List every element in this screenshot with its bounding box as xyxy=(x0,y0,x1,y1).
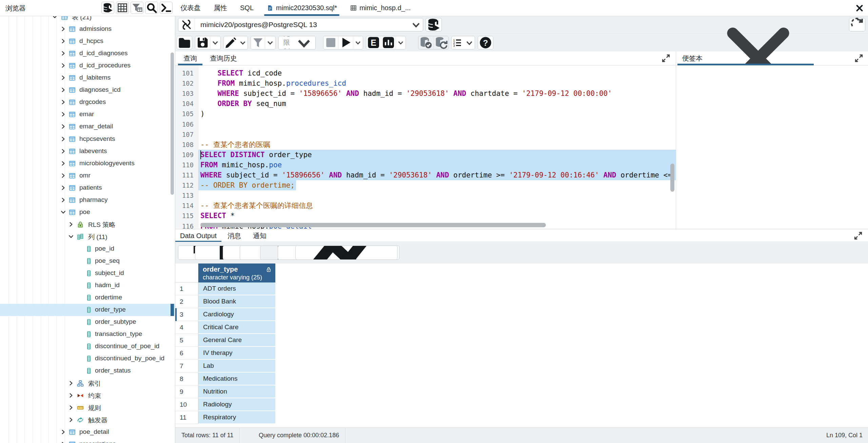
grid-cell[interactable]: Blood Bank xyxy=(198,295,275,308)
grid-cell[interactable]: Critical Care xyxy=(198,321,275,334)
expand-results-button[interactable] xyxy=(853,231,863,241)
tab-data-output[interactable]: Data Output xyxy=(175,229,221,242)
chevron-right-icon[interactable] xyxy=(60,123,66,130)
grid-cell[interactable]: Nutrition xyxy=(198,385,275,398)
psql-tool-button[interactable] xyxy=(160,2,173,14)
grid-row-number[interactable]: 3 xyxy=(175,308,198,321)
commit-button[interactable] xyxy=(418,36,433,49)
filter-button[interactable] xyxy=(131,2,143,14)
grid-cell[interactable]: Lab xyxy=(198,360,275,373)
tree-item-d_hcpcs[interactable]: d_hcpcs xyxy=(0,35,175,47)
code-line-106[interactable] xyxy=(198,119,676,129)
tree-item-diagnoses_icd[interactable]: diagnoses_icd xyxy=(0,84,175,96)
tree-item-prescriptions[interactable]: prescriptions xyxy=(0,438,175,443)
tree-item-poe_id[interactable]: poe_id xyxy=(0,243,175,255)
grid-column-header[interactable]: order_type character varying (25) xyxy=(198,263,275,282)
code-line-109[interactable]: SELECT DISTINCT order_type xyxy=(198,150,676,160)
sql-editor[interactable]: 1011021031041051061071081091101111121131… xyxy=(175,65,676,229)
tab-messages[interactable]: 消息 xyxy=(223,229,246,242)
search-objects-button[interactable] xyxy=(145,2,158,14)
chevron-right-icon[interactable] xyxy=(60,99,66,105)
grid-row-number[interactable]: 8 xyxy=(175,373,198,385)
chevron-right-icon[interactable] xyxy=(60,148,66,154)
grid-row-number[interactable]: 1 xyxy=(175,282,198,295)
row-limit-select[interactable]: 无限制 xyxy=(279,36,315,49)
connection-select[interactable]: mimiciv20/postgres@PostgreSQL 13 xyxy=(178,18,423,31)
expand-scratch-pad-button[interactable] xyxy=(854,53,864,63)
chevron-right-icon[interactable] xyxy=(60,50,66,57)
tree-item-d_icd_procedures[interactable]: d_icd_procedures xyxy=(0,60,175,72)
filter-menu-button[interactable] xyxy=(265,36,275,49)
grid-row-number[interactable]: 7 xyxy=(175,360,198,373)
code-line-103[interactable]: WHERE subject_id = '15896656' AND hadm_i… xyxy=(198,88,676,99)
chevron-right-icon[interactable] xyxy=(60,136,66,142)
tree-item-d_labitems[interactable]: d_labitems xyxy=(0,72,175,84)
chevron-right-icon[interactable] xyxy=(60,160,66,167)
tab-dashboard[interactable]: 仪表盘 xyxy=(179,0,202,16)
chevron-right-icon[interactable] xyxy=(60,197,66,203)
execute-options-button[interactable] xyxy=(353,36,363,49)
grid-row-number[interactable]: 10 xyxy=(175,398,198,411)
save-menu-button[interactable] xyxy=(210,36,220,49)
open-file-button[interactable] xyxy=(177,36,192,49)
rollback-button[interactable] xyxy=(433,36,449,49)
explain-button[interactable]: E xyxy=(366,36,381,49)
tab-scratch-pad[interactable]: 便签本 xyxy=(682,51,809,65)
tree-item-order_subtype[interactable]: order_subtype xyxy=(0,316,175,328)
tree-item-hcpcsevents[interactable]: hcpcsevents xyxy=(0,133,175,145)
grid-cell[interactable]: Radiology xyxy=(198,398,275,411)
tree-item-poe[interactable]: poe xyxy=(0,206,175,218)
execute-query-button[interactable] xyxy=(338,36,353,49)
quick-connect-button[interactable] xyxy=(101,2,114,14)
new-connection-button[interactable] xyxy=(426,18,442,31)
tab-table-view[interactable]: mimic_hosp.d_... xyxy=(349,0,412,16)
chevron-right-icon[interactable] xyxy=(60,62,66,69)
code-line-114[interactable]: -- 查某个患者某个医嘱的详细信息 xyxy=(198,201,676,211)
tab-notifications[interactable]: 通知 xyxy=(248,229,271,242)
code-line-105[interactable]: ) xyxy=(198,109,676,119)
tree-item-rls-[interactable]: RLS 策略 xyxy=(0,218,175,231)
tab-query[interactable]: 查询 xyxy=(178,51,202,65)
chevron-right-icon[interactable] xyxy=(60,75,66,81)
chevron-down-icon[interactable] xyxy=(68,233,74,240)
code-line-113[interactable] xyxy=(198,190,676,201)
tree-item--[interactable]: 触发器 xyxy=(0,414,175,426)
tree-item--[interactable]: 规则 xyxy=(0,402,175,414)
tab-query-history[interactable]: 查询历史 xyxy=(204,51,242,65)
tree-item-discontinue_of_poe_id[interactable]: discontinue_of_poe_id xyxy=(0,340,175,353)
tab-query-tool-file[interactable]: mimic20230530.sql* xyxy=(265,0,338,16)
tree-item-hadm_id[interactable]: hadm_id xyxy=(0,279,175,292)
chevron-right-icon[interactable] xyxy=(60,111,66,118)
tree-item--[interactable]: 约束 xyxy=(0,389,175,402)
tree-item--21-[interactable]: 表 (21) xyxy=(0,16,175,23)
tree-item-d_icd_diagnoses[interactable]: d_icd_diagnoses xyxy=(0,47,175,60)
help-button[interactable]: ? xyxy=(478,36,493,49)
chevron-right-icon[interactable] xyxy=(60,429,66,435)
edit-button[interactable] xyxy=(224,36,238,49)
tree-item-poe_detail[interactable]: poe_detail xyxy=(0,426,175,438)
expand-editor-button[interactable] xyxy=(661,53,671,63)
grid-cell[interactable]: ADT orders xyxy=(198,282,275,295)
tree-item-labevents[interactable]: labevents xyxy=(0,145,175,157)
code-line-115[interactable]: SELECT * xyxy=(198,211,676,221)
tree-item-discontinued_by_poe_id[interactable]: discontinued_by_poe_id xyxy=(0,353,175,365)
chevron-right-icon[interactable] xyxy=(60,38,66,44)
tree-item-microbiologyevents[interactable]: microbiologyevents xyxy=(0,157,175,170)
grid-corner-cell[interactable] xyxy=(175,263,198,282)
scratch-pad-textarea[interactable] xyxy=(676,65,868,229)
chevron-down-icon[interactable] xyxy=(60,209,66,215)
grid-cell[interactable]: Cardiology xyxy=(198,308,275,321)
code-line-110[interactable]: FROM mimic_hosp.poe xyxy=(198,160,676,170)
tree-item--[interactable]: 索引 xyxy=(0,377,175,389)
tree-item-omr[interactable]: omr xyxy=(0,170,175,182)
tree-item-admissions[interactable]: admissions xyxy=(0,23,175,35)
grid-cell[interactable]: Medications xyxy=(198,373,275,385)
tree-item-drgcodes[interactable]: drgcodes xyxy=(0,96,175,108)
code-line-102[interactable]: FROM mimic_hosp.procedures_icd xyxy=(198,78,676,88)
code-line-112[interactable]: -- ORDER BY ordertime; xyxy=(198,180,676,190)
macros-button[interactable]: 123 xyxy=(452,36,475,49)
code-line-108[interactable]: -- 查某个患者的医嘱 xyxy=(198,140,676,150)
code-line-111[interactable]: WHERE subject_id = '15896656' AND hadm_i… xyxy=(198,170,676,180)
chevron-right-icon[interactable] xyxy=(68,417,74,423)
explain-options-button[interactable] xyxy=(396,36,406,49)
